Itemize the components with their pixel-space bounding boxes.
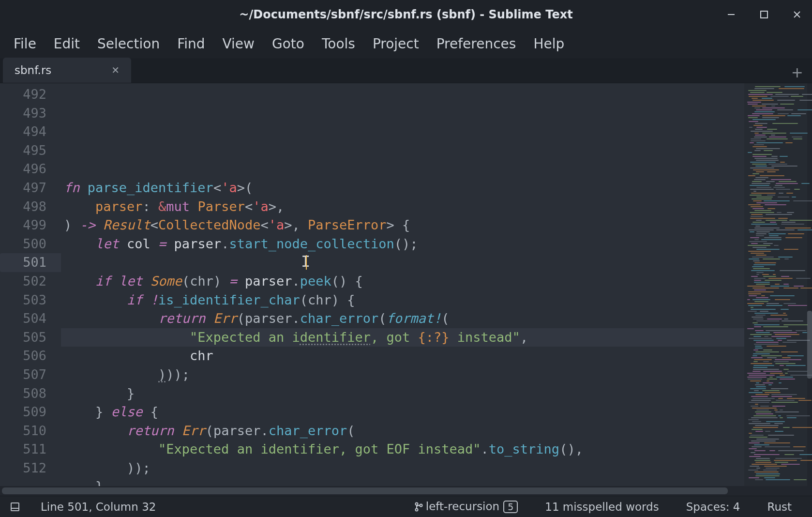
code-area[interactable]: I fn parse_identifier<'a>( parser: &mut … [61, 83, 744, 486]
menu-view[interactable]: View [214, 33, 263, 55]
horizontal-scrollbar[interactable] [0, 486, 812, 496]
editor: 4924934944954964974984995005015025035045… [0, 83, 812, 486]
code-line[interactable]: } [61, 384, 744, 403]
minimap[interactable] [744, 83, 812, 486]
status-misspelled[interactable]: 11 misspelled words [535, 501, 668, 513]
close-button[interactable] [791, 8, 803, 21]
menu-preferences[interactable]: Preferences [428, 33, 525, 55]
menu-project[interactable]: Project [364, 33, 428, 55]
svg-point-6 [420, 504, 422, 507]
line-number[interactable]: 507 [0, 365, 61, 384]
line-number[interactable]: 496 [0, 160, 61, 179]
line-number[interactable]: 505 [0, 328, 61, 347]
caret [306, 255, 307, 270]
minimize-button[interactable] [725, 8, 737, 21]
line-number[interactable]: 500 [0, 235, 61, 254]
menu-find[interactable]: Find [168, 33, 213, 55]
status-git-branch[interactable]: left-recursion5 [405, 500, 527, 513]
svg-point-4 [415, 503, 418, 505]
minimap-scrollbar-thumb[interactable] [807, 311, 812, 379]
svg-rect-1 [761, 11, 767, 18]
status-branch-name: left-recursion [426, 500, 499, 513]
line-number[interactable]: 492 [0, 85, 61, 104]
line-number[interactable]: 494 [0, 122, 61, 141]
status-syntax[interactable]: Rust [757, 501, 801, 513]
code-line[interactable]: ))); [61, 365, 744, 384]
menu-help[interactable]: Help [525, 33, 573, 55]
code-line[interactable] [61, 160, 744, 179]
code-line[interactable] [61, 253, 744, 272]
code-line[interactable]: return Err(parser.char_error(format!( [61, 309, 744, 328]
menu-tools[interactable]: Tools [313, 33, 364, 55]
code-line[interactable]: "Expected an identifier, got EOF instead… [61, 440, 744, 459]
line-number[interactable]: 510 [0, 422, 61, 441]
code-line[interactable]: if let Some(chr) = parser.peek() { [61, 272, 744, 291]
code-line[interactable]: if !is_identifier_char(chr) { [61, 291, 744, 310]
line-number[interactable]: 498 [0, 198, 61, 216]
status-line-col[interactable]: Line 501, Column 32 [31, 501, 165, 513]
statusbar: Line 501, Column 32 left-recursion5 11 m… [0, 496, 812, 517]
code-line[interactable]: ) -> Result<CollectedNode<'a>, ParseErro… [61, 216, 744, 235]
menu-selection[interactable]: Selection [89, 33, 168, 55]
code-line[interactable]: fn parse_identifier<'a>( [61, 179, 744, 198]
tab-close-icon[interactable]: ✕ [109, 62, 121, 78]
new-tab-button[interactable]: + [791, 64, 803, 81]
titlebar: ~/Documents/sbnf/src/sbnf.rs (sbnf) - Su… [0, 0, 812, 29]
line-number[interactable]: 502 [0, 272, 61, 291]
panel-toggle-icon[interactable] [11, 502, 19, 511]
tab-label: sbnf.rs [15, 64, 51, 76]
line-number[interactable]: 511 [0, 440, 61, 459]
menubar: File Edit Selection Find View Goto Tools… [0, 29, 812, 58]
code-line[interactable]: )); [61, 459, 744, 478]
status-indent[interactable]: Spaces: 4 [677, 501, 750, 513]
line-number[interactable]: 506 [0, 347, 61, 365]
window-controls [725, 0, 803, 29]
line-number[interactable]: 512 [0, 459, 61, 478]
code-line[interactable]: chr [61, 347, 744, 365]
window-title: ~/Documents/sbnf/src/sbnf.rs (sbnf) - Su… [239, 8, 572, 21]
line-number[interactable]: 499 [0, 216, 61, 235]
line-number[interactable]: 509 [0, 403, 61, 422]
menu-file[interactable]: File [5, 33, 45, 55]
code-line[interactable]: } [61, 477, 744, 486]
line-number[interactable]: 503 [0, 291, 61, 310]
menu-edit[interactable]: Edit [45, 33, 89, 55]
tab-active[interactable]: sbnf.rs ✕ [3, 58, 131, 83]
line-number-gutter[interactable]: 4924934944954964974984995005015025035045… [0, 83, 61, 486]
status-branch-badge: 5 [503, 501, 518, 513]
svg-point-5 [415, 509, 418, 511]
line-number[interactable]: 497 [0, 179, 61, 198]
menu-goto[interactable]: Goto [263, 33, 313, 55]
line-number[interactable]: 493 [0, 104, 61, 123]
minimap-scrollbar-track[interactable] [807, 83, 812, 486]
line-number[interactable]: 501 [0, 253, 61, 272]
line-number[interactable]: 508 [0, 384, 61, 403]
code-line[interactable]: return Err(parser.char_error( [61, 422, 744, 441]
line-number[interactable]: 495 [0, 141, 61, 160]
horizontal-scrollbar-thumb[interactable] [2, 487, 728, 494]
code-line[interactable]: let col = parser.start_node_collection()… [61, 235, 744, 254]
code-line[interactable]: parser: &mut Parser<'a>, [61, 198, 744, 216]
line-number[interactable]: 504 [0, 309, 61, 328]
maximize-button[interactable] [758, 8, 770, 21]
tabbar: sbnf.rs ✕ + [0, 58, 812, 83]
code-line[interactable]: "Expected an identifier, got {:?} instea… [61, 328, 744, 347]
code-line[interactable]: } else { [61, 403, 744, 422]
